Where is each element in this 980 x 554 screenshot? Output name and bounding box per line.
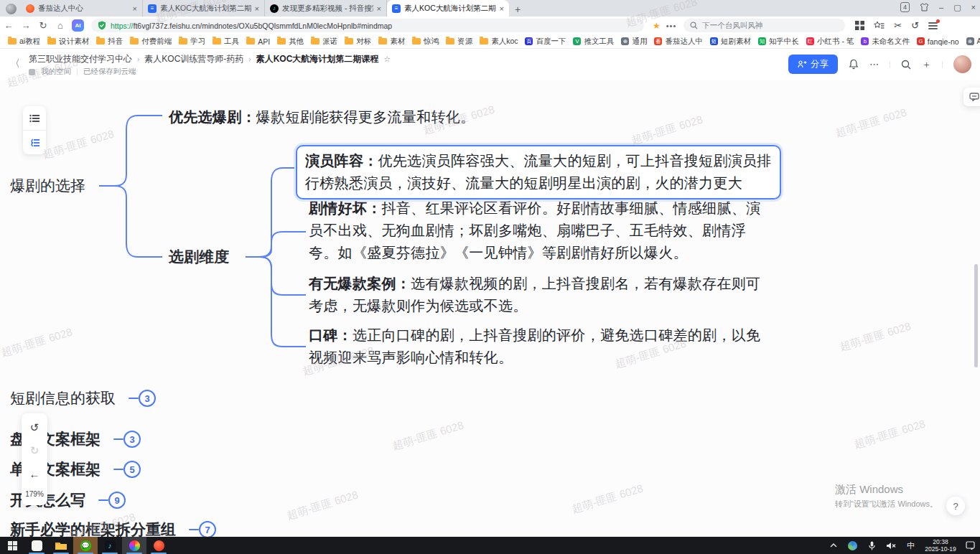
collapsed-count-badge[interactable]: 7 bbox=[199, 521, 216, 538]
forward-icon[interactable]: → bbox=[17, 20, 34, 31]
bookmark-item[interactable]: ai教程 bbox=[4, 37, 44, 47]
mindmap-root-node[interactable]: 爆剧的选择 bbox=[10, 177, 85, 195]
bookmark-item[interactable]: 知 知乎中长 bbox=[755, 37, 803, 47]
address-bar[interactable]: https://ft6vgl737z.feishu.cn/mindnotes/O… bbox=[91, 19, 644, 32]
bookmark-item[interactable]: ⊕ 通用 bbox=[617, 37, 650, 47]
bookmark-item[interactable]: 付费前端 bbox=[126, 37, 175, 47]
taskbar-app-notes[interactable] bbox=[24, 537, 49, 554]
share-button[interactable]: 分享 bbox=[788, 55, 838, 74]
tab-douyin[interactable]: ♪ 发现更多精彩视频 - 抖音搜索 × bbox=[265, 0, 387, 17]
ai-assistant-icon[interactable]: AI bbox=[72, 19, 84, 32]
mindmap-node-info-source[interactable]: 短剧信息的获取 3 bbox=[10, 388, 156, 408]
home-icon[interactable]: ⌂ bbox=[52, 20, 69, 31]
collapsed-count-badge[interactable]: 9 bbox=[108, 492, 126, 509]
history-restore-icon[interactable]: ↺ bbox=[911, 20, 919, 31]
undo-icon[interactable]: ↺ bbox=[22, 416, 47, 439]
tab-close-icon[interactable]: × bbox=[500, 4, 504, 13]
collapsed-count-badge[interactable]: 3 bbox=[123, 431, 141, 448]
tray-expand-chevron[interactable] bbox=[823, 537, 843, 554]
mindmap-node-plot[interactable]: 剧情好坏：抖音、红果评论区看评价。好剧情故事细腻、情感细腻、演员不出戏、无狗血剧… bbox=[309, 197, 774, 264]
bookmark-item[interactable]: 红 小红书 - 笔 bbox=[803, 37, 857, 47]
taskbar-app-explorer[interactable] bbox=[49, 537, 73, 554]
bookmark-item[interactable]: V 推文工具 bbox=[569, 37, 617, 47]
tray-notification-center-icon[interactable] bbox=[961, 537, 980, 554]
new-tab-button[interactable]: + bbox=[515, 4, 521, 15]
apps-grid-icon[interactable] bbox=[855, 21, 864, 30]
bookmark-item[interactable]: API bbox=[243, 37, 274, 46]
tray-clock[interactable]: 20:38 2025-10-19 bbox=[920, 538, 961, 553]
bookmark-item[interactable]: G fanqie-no bbox=[913, 37, 963, 46]
taskbar-app-fanqie[interactable] bbox=[146, 537, 171, 554]
back-to-root-icon[interactable]: ← bbox=[22, 462, 47, 485]
mindmap-node-priority[interactable]: 优先选爆剧：爆款短剧能获得更多流量和转化。 bbox=[169, 106, 475, 128]
outline-view-button[interactable] bbox=[23, 106, 46, 131]
comment-button[interactable] bbox=[963, 88, 980, 106]
tab-close-icon[interactable]: × bbox=[133, 4, 137, 13]
bookmark-item[interactable]: 其他 bbox=[274, 37, 307, 47]
bookmark-item[interactable]: 抖音 bbox=[93, 37, 126, 47]
user-avatar[interactable] bbox=[953, 55, 971, 73]
mindmap-node-cast-selected[interactable]: 演员阵容：优先选演员阵容强大、流量大的短剧，可上抖音搜短剧演员排行榜熟悉演员，演… bbox=[296, 145, 781, 199]
bookmark-item[interactable]: 资源 bbox=[442, 37, 476, 47]
bookmark-item[interactable]: 学习 bbox=[175, 37, 209, 47]
minimize-button[interactable]: – bbox=[939, 3, 943, 11]
breadcrumb-current[interactable]: 素人KOC大航海计划第二期课程 bbox=[256, 53, 379, 65]
taskbar-app-browser[interactable] bbox=[122, 537, 146, 554]
tab-close-icon[interactable]: × bbox=[377, 4, 381, 13]
breadcrumb-item[interactable]: 素人KOC训练营导师-药药 bbox=[144, 53, 243, 65]
reload-icon[interactable]: ↻ bbox=[34, 20, 52, 31]
tray-browser-icon[interactable] bbox=[843, 537, 862, 554]
create-new-icon[interactable]: ＋ bbox=[922, 58, 931, 71]
bookmark-item[interactable]: 设计素材 bbox=[44, 37, 93, 47]
redo-icon[interactable]: ↻ bbox=[22, 439, 47, 462]
tab-close-icon[interactable]: × bbox=[255, 4, 259, 13]
favorite-star-icon[interactable]: ☆ bbox=[383, 55, 391, 64]
bookmark-item[interactable]: 百 百度一下 bbox=[521, 37, 569, 47]
bookmark-item[interactable]: ⊕ AI工具魔盒 bbox=[963, 37, 980, 47]
tray-volume-muted-icon[interactable] bbox=[882, 537, 901, 554]
browser-menu-icon[interactable] bbox=[928, 22, 938, 29]
more-actions-icon[interactable]: ⋯ bbox=[869, 59, 879, 70]
bookmark-item[interactable]: 番 番茄达人中 bbox=[650, 37, 706, 47]
mindmap-node-reputation[interactable]: 口碑：选正向口碑的剧，上抖音搜剧的评价，避免选口碑差的剧，以免视频迎来骂声影响心… bbox=[309, 324, 774, 369]
bookmark-item[interactable]: 工具 bbox=[209, 37, 243, 47]
tray-ime-indicator[interactable]: 中 bbox=[901, 537, 920, 554]
collapsed-count-badge[interactable]: 3 bbox=[139, 390, 156, 407]
space-label[interactable]: 我的空间 bbox=[41, 67, 71, 77]
address-more-icon[interactable]: ••• bbox=[666, 22, 677, 30]
browser-logo[interactable] bbox=[6, 4, 17, 14]
bookmark-item[interactable]: 素人koc bbox=[476, 37, 521, 47]
taskbar-app-douyin[interactable]: ♪ bbox=[98, 537, 122, 554]
search-icon[interactable] bbox=[901, 60, 911, 70]
bookmark-item[interactable]: 派诺 bbox=[307, 37, 341, 47]
help-button[interactable]: ? bbox=[946, 497, 965, 515]
mindmap-node-dimensions[interactable]: 选剧维度 bbox=[169, 248, 229, 266]
bookmark-item[interactable]: b 未命名文件 bbox=[857, 37, 913, 47]
bookmark-star-icon[interactable]: ★ bbox=[653, 21, 661, 31]
vertical-scrollbar[interactable] bbox=[974, 264, 978, 367]
bookmark-item[interactable]: 短 短剧素材 bbox=[706, 37, 755, 47]
tray-microphone-icon[interactable] bbox=[862, 537, 882, 554]
breadcrumb-item[interactable]: 第三职业技能交付学习中心 bbox=[29, 53, 132, 65]
bookmark-item[interactable]: 对标 bbox=[341, 37, 375, 47]
close-window-button[interactable]: × bbox=[971, 3, 976, 11]
hot-search-box[interactable]: 下一个台风叫风神 bbox=[683, 19, 845, 32]
theme-skin-icon[interactable] bbox=[920, 3, 929, 11]
zoom-level[interactable]: 179% bbox=[25, 485, 44, 502]
tab-feishu-doc-active[interactable]: ≡ 素人KOC大航海计划第二期课 × bbox=[387, 0, 509, 17]
collapsed-count-badge[interactable]: 5 bbox=[123, 461, 141, 478]
notification-bell-icon[interactable] bbox=[849, 59, 859, 70]
tab-count-badge[interactable]: 4 bbox=[900, 2, 910, 12]
maximize-button[interactable]: ▢ bbox=[953, 3, 961, 12]
favorites-manager-icon[interactable] bbox=[874, 21, 885, 30]
screenshot-scissors-icon[interactable]: ✂ bbox=[894, 20, 902, 31]
taskbar-app-wechat[interactable]: 💬 bbox=[73, 537, 98, 554]
bookmark-item[interactable]: 素材 bbox=[375, 37, 409, 47]
back-chevron-icon[interactable]: 〈 bbox=[10, 57, 20, 70]
tab-fanqie[interactable]: 番茄达人中心 × bbox=[21, 0, 143, 17]
back-icon[interactable]: ← bbox=[0, 20, 17, 31]
mindmap-canvas[interactable]: 爆剧的选择 优先选爆剧：爆款短剧能获得更多流量和转化。 选剧维度 演员阵容：优先… bbox=[0, 80, 980, 537]
tab-feishu-doc-1[interactable]: ≡ 素人KOC大航海计划第二期课 × bbox=[143, 0, 265, 17]
mindmap-view-button[interactable] bbox=[23, 131, 46, 154]
mindmap-node-hit-cases[interactable]: 有无爆款案例：选有爆款视频的剧，上抖音搜剧名，若有爆款存在则可考虑，无爆款则作为… bbox=[309, 273, 774, 317]
